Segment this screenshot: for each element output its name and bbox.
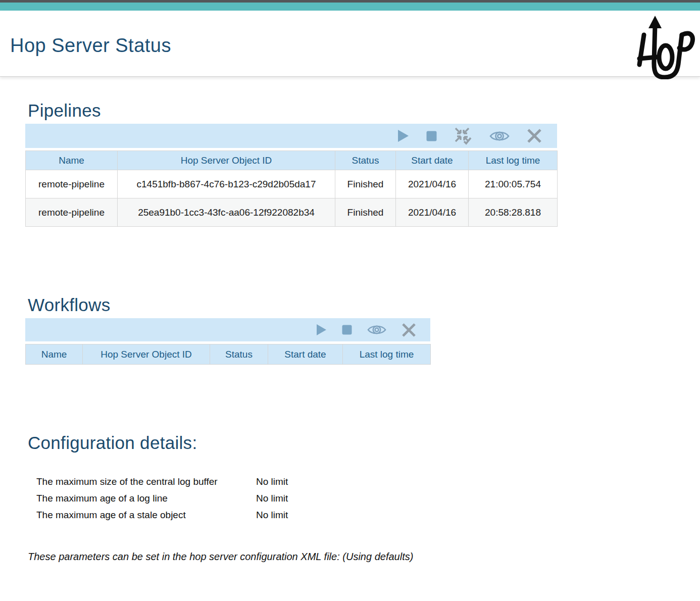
col-header-last-log-time: Last log time xyxy=(469,151,558,170)
pipeline-start-date: 2021/04/16 xyxy=(396,170,469,198)
col-header-object-id: Hop Server Object ID xyxy=(118,151,335,170)
pipeline-cleanup-button[interactable] xyxy=(454,127,472,145)
workflows-section-title: Workflows xyxy=(28,294,700,316)
pipeline-row: remote-pipeline c1451bfb-b867-4c76-b123-… xyxy=(26,170,558,198)
workflows-table: Name Hop Server Object ID Status Start d… xyxy=(25,344,431,365)
col-header-object-id: Hop Server Object ID xyxy=(83,344,210,365)
close-icon xyxy=(527,128,542,143)
col-header-name: Name xyxy=(26,151,118,170)
configuration-section-title: Configuration details: xyxy=(28,432,700,454)
hop-logo xyxy=(629,15,696,79)
pipeline-stop-button[interactable] xyxy=(426,131,437,141)
stop-icon xyxy=(342,325,352,335)
stop-icon xyxy=(426,131,437,141)
page-title: Hop Server Status xyxy=(10,35,171,57)
workflows-toolbar xyxy=(25,318,430,341)
col-header-start-date: Start date xyxy=(268,344,343,365)
workflow-start-button[interactable] xyxy=(316,324,327,336)
col-header-status: Status xyxy=(210,344,268,365)
config-param-label: The maximum size of the central log buff… xyxy=(36,473,256,490)
config-param-label: The maximum age of a log line xyxy=(36,490,256,507)
config-param-value: No limit xyxy=(256,507,700,523)
play-icon xyxy=(316,324,327,336)
pipeline-last-log-time: 20:58:28.818 xyxy=(469,198,558,227)
pipeline-name: remote-pipeline xyxy=(26,170,118,198)
workflow-stop-button[interactable] xyxy=(342,325,352,335)
pipeline-status: Finished xyxy=(335,170,396,198)
config-row: The maximum age of a stale object No lim… xyxy=(36,507,700,523)
pipeline-view-button[interactable] xyxy=(489,129,510,143)
page-header: Hop Server Status xyxy=(0,11,700,77)
compress-check-icon xyxy=(454,127,472,145)
pipelines-table: Name Hop Server Object ID Status Start d… xyxy=(25,151,558,227)
col-header-name: Name xyxy=(26,344,83,365)
eye-icon xyxy=(367,323,386,336)
pipeline-object-id: c1451bfb-b867-4c76-b123-c29d2b05da17 xyxy=(118,170,335,198)
config-row: The maximum size of the central log buff… xyxy=(36,473,700,490)
play-icon xyxy=(397,129,409,142)
config-row: The maximum age of a log line No limit xyxy=(36,490,700,507)
up-arrow-icon xyxy=(648,16,662,28)
pipeline-name: remote-pipeline xyxy=(26,198,118,227)
workflows-header-row: Name Hop Server Object ID Status Start d… xyxy=(26,344,431,365)
configuration-footnote: These parameters can be set in the hop s… xyxy=(28,551,700,563)
pipeline-status: Finished xyxy=(335,198,396,227)
eye-icon xyxy=(489,129,510,143)
pipelines-section-title: Pipelines xyxy=(28,99,700,122)
pipeline-start-date: 2021/04/16 xyxy=(396,198,469,227)
col-header-status: Status xyxy=(335,151,396,170)
teal-accent-bar xyxy=(0,3,700,11)
pipelines-toolbar xyxy=(25,124,557,148)
config-param-label: The maximum age of a stale object xyxy=(36,507,256,523)
pipeline-last-log-time: 21:00:05.754 xyxy=(469,170,558,198)
col-header-last-log-time: Last log time xyxy=(343,344,431,365)
workflow-view-button[interactable] xyxy=(367,323,386,336)
pipeline-start-button[interactable] xyxy=(397,129,409,142)
config-param-value: No limit xyxy=(256,490,700,507)
configuration-parameters: The maximum size of the central log buff… xyxy=(36,473,700,523)
pipelines-header-row: Name Hop Server Object ID Status Start d… xyxy=(26,151,558,170)
workflow-remove-button[interactable] xyxy=(402,323,416,337)
pipeline-row: remote-pipeline 25ea91b0-1cc3-43fc-aa06-… xyxy=(26,198,558,227)
pipeline-remove-button[interactable] xyxy=(527,128,542,143)
close-icon xyxy=(402,323,416,337)
pipeline-object-id: 25ea91b0-1cc3-43fc-aa06-12f922082b34 xyxy=(118,198,335,227)
col-header-start-date: Start date xyxy=(396,151,469,170)
config-param-value: No limit xyxy=(256,473,700,490)
